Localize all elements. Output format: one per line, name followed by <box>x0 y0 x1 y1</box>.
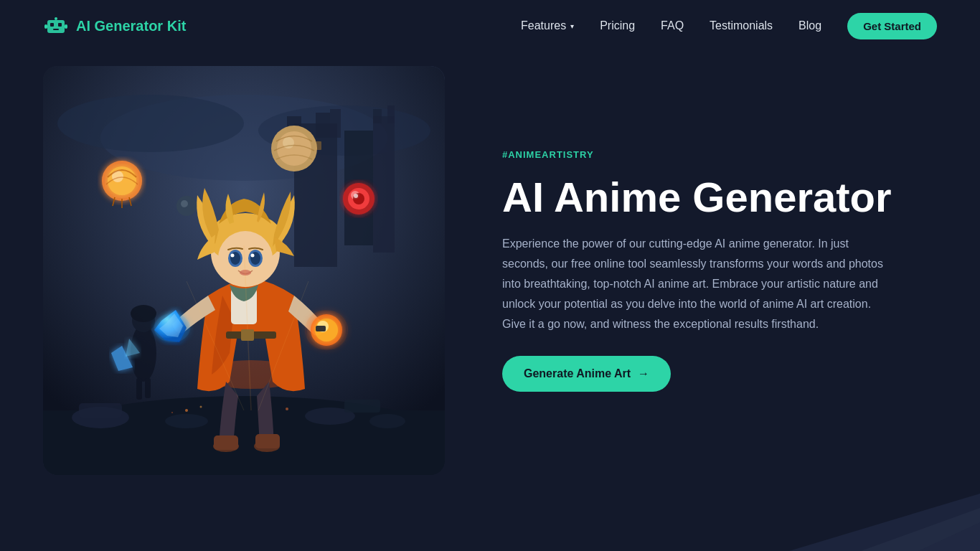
nav-item-pricing[interactable]: Pricing <box>600 19 635 32</box>
svg-rect-4 <box>55 17 57 20</box>
nav-item-blog[interactable]: Blog <box>798 19 821 32</box>
svg-rect-6 <box>65 24 67 29</box>
bottom-triangles-svg <box>0 494 980 551</box>
nav-item-testimonials[interactable]: Testimonials <box>710 19 773 32</box>
svg-rect-14 <box>330 109 341 138</box>
svg-point-79 <box>181 200 188 207</box>
svg-rect-27 <box>79 403 122 418</box>
svg-rect-16 <box>373 116 395 253</box>
hero-description: Experience the power of our cutting-edge… <box>502 234 890 334</box>
svg-point-29 <box>185 409 188 412</box>
svg-point-9 <box>57 95 244 152</box>
svg-point-61 <box>231 254 235 258</box>
svg-point-31 <box>171 412 173 413</box>
svg-point-44 <box>154 314 190 342</box>
hero-section: #ANIMEARTISTRY AI Anime Generator Experi… <box>0 52 980 475</box>
nav-item-faq[interactable]: FAQ <box>661 19 684 32</box>
chevron-down-icon: ▾ <box>570 22 574 30</box>
svg-point-30 <box>200 406 202 408</box>
svg-point-35 <box>131 305 156 322</box>
svg-rect-2 <box>58 23 62 27</box>
hero-content: #ANIMEARTISTRY AI Anime Generator Experi… <box>502 149 937 392</box>
get-started-button[interactable]: Get Started <box>847 13 937 39</box>
svg-rect-28 <box>344 400 380 413</box>
hero-hashtag: #ANIMEARTISTRY <box>502 149 937 160</box>
svg-point-48 <box>305 310 348 350</box>
svg-rect-36 <box>136 378 142 400</box>
svg-rect-0 <box>47 20 65 33</box>
svg-point-24 <box>165 414 208 428</box>
svg-rect-52 <box>214 435 238 450</box>
logo[interactable]: AI Generator Kit <box>43 13 186 39</box>
svg-point-26 <box>369 414 405 428</box>
nav-item-features[interactable]: Features ▾ <box>521 19 574 32</box>
hero-title: AI Anime Generator <box>502 174 937 220</box>
svg-rect-49 <box>316 326 326 331</box>
bottom-decoration <box>0 494 980 551</box>
arrow-icon: → <box>638 367 649 380</box>
svg-rect-5 <box>44 24 47 29</box>
svg-rect-37 <box>145 378 151 398</box>
anime-scene-svg <box>43 66 445 475</box>
svg-rect-17 <box>373 109 382 123</box>
svg-rect-84 <box>241 329 254 341</box>
robot-icon <box>43 13 69 39</box>
svg-point-32 <box>286 408 288 410</box>
generate-anime-art-button[interactable]: Generate Anime Art → <box>502 356 671 392</box>
logo-text: AI Generator Kit <box>76 18 186 34</box>
svg-rect-53 <box>255 434 280 448</box>
svg-point-62 <box>251 254 255 258</box>
hero-image <box>43 66 445 475</box>
navbar: AI Generator Kit Features ▾ Pricing FAQ … <box>0 0 980 52</box>
svg-rect-3 <box>53 29 59 30</box>
svg-rect-13 <box>316 113 330 138</box>
svg-point-77 <box>354 194 358 198</box>
svg-rect-1 <box>50 23 54 27</box>
nav-links: Features ▾ Pricing FAQ Testimonials Blog… <box>521 13 937 39</box>
svg-rect-18 <box>387 105 395 123</box>
